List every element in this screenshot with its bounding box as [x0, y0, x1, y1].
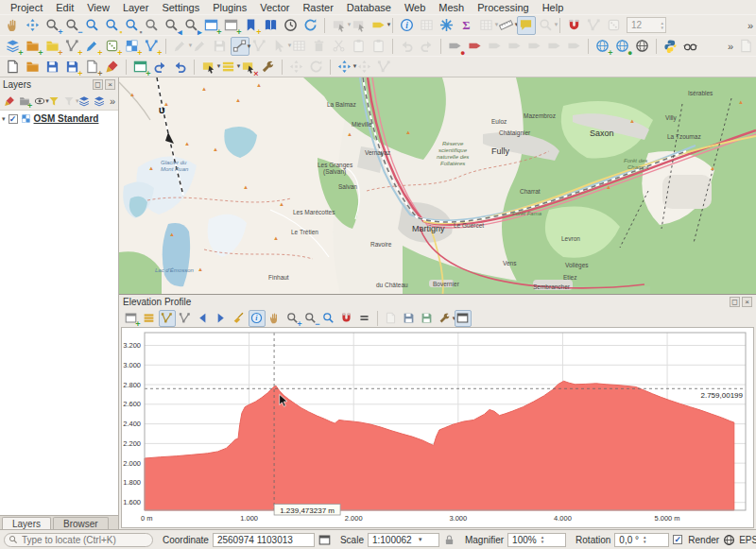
- pan-profile-button[interactable]: [266, 310, 284, 327]
- digitize-with-segment-button[interactable]: ▼: [231, 37, 249, 56]
- menu-project[interactable]: Project: [4, 1, 49, 14]
- zoom-to-layer-button[interactable]: ▪: [123, 16, 142, 35]
- elevation-panel-float-button[interactable]: ◻: [730, 297, 740, 307]
- add-layers-to-profile-button[interactable]: +: [123, 310, 140, 327]
- python-console-button[interactable]: [662, 37, 680, 56]
- dock-elevation-panel-button[interactable]: [455, 310, 472, 327]
- zoom-out-profile-button[interactable]: −: [302, 310, 319, 327]
- select-features-button[interactable]: ▼: [330, 16, 349, 35]
- coordinate-field[interactable]: 2560974 1103013: [213, 533, 315, 547]
- rotation-spin-arrows-icon[interactable]: ▴▾: [644, 535, 646, 544]
- move-label-button[interactable]: [506, 37, 524, 56]
- new-project-button[interactable]: [4, 58, 23, 77]
- nudge-left-button[interactable]: [195, 310, 212, 327]
- style-manager-button[interactable]: [103, 58, 122, 77]
- expand-all-button[interactable]: [77, 93, 92, 109]
- snapping-profile-button[interactable]: [338, 310, 355, 327]
- temporal-controller-button[interactable]: [282, 16, 301, 35]
- save-layer-edits-button[interactable]: [211, 37, 230, 56]
- new-mesh-layer-button[interactable]: +: [123, 37, 142, 56]
- capture-curve-button[interactable]: [159, 310, 176, 327]
- paste-features-button[interactable]: [369, 37, 388, 56]
- export-as-pdf-button[interactable]: [383, 310, 400, 327]
- add-feature-button[interactable]: [250, 37, 269, 56]
- export-results-button[interactable]: [419, 310, 436, 327]
- map-tips-layer-button[interactable]: ▼: [369, 16, 388, 35]
- highlight-pinned-labels-button[interactable]: [466, 37, 485, 56]
- manage-map-themes-button[interactable]: ▼: [32, 93, 46, 109]
- layer-expander-icon[interactable]: ▾: [2, 115, 6, 123]
- identify-features-button[interactable]: [398, 16, 417, 35]
- random-selection-button[interactable]: [605, 16, 624, 35]
- distance-units-button[interactable]: [356, 310, 373, 327]
- magnifier-spinbox[interactable]: 100%▴▾: [507, 533, 566, 547]
- zoom-last-button[interactable]: ◂: [163, 16, 181, 35]
- new-shapefile-layer-button[interactable]: +: [63, 37, 82, 56]
- map-canvas[interactable]: La BalmazMiévilleVernayazLes Granges(Sal…: [119, 77, 756, 295]
- modify-attributes-button[interactable]: [290, 37, 309, 56]
- metasearch-catalog-button[interactable]: +: [593, 37, 612, 56]
- rotate-label-button[interactable]: [525, 37, 544, 56]
- menu-mesh[interactable]: Mesh: [432, 1, 471, 14]
- menu-layer[interactable]: Layer: [116, 1, 156, 14]
- render-checkbox[interactable]: ✓: [673, 535, 682, 544]
- help-contents-button[interactable]: [737, 37, 756, 56]
- vertex-tool-current-layer-button[interactable]: ▼: [270, 37, 289, 56]
- menu-vector[interactable]: Vector: [253, 1, 296, 14]
- nav-extra-2-button[interactable]: [375, 58, 394, 77]
- new-map-view-button[interactable]: +: [202, 16, 221, 35]
- zoom-in-button[interactable]: +: [43, 16, 62, 35]
- nudge-right-button[interactable]: [213, 310, 230, 327]
- zoom-in-profile-button[interactable]: +: [284, 310, 301, 327]
- new-spatial-bookmark-button[interactable]: +: [242, 16, 261, 35]
- menu-database[interactable]: Database: [340, 1, 398, 14]
- new-geopackage-layer-button[interactable]: +: [83, 37, 102, 56]
- capture-curve-from-feature-button[interactable]: [177, 310, 194, 327]
- select-by-value-button[interactable]: ▼: [219, 58, 238, 77]
- scale-dropdown-icon[interactable]: ▼: [418, 537, 423, 542]
- extents-icon[interactable]: [318, 534, 331, 546]
- label-diagram-options-button[interactable]: [565, 37, 584, 56]
- toolbar-overflow-1-button[interactable]: »: [745, 20, 756, 31]
- profile-settings-button[interactable]: ▼: [437, 310, 454, 327]
- clear-profile-button[interactable]: [231, 310, 248, 327]
- open-attribute-table-button[interactable]: [418, 16, 437, 35]
- tab-browser[interactable]: Browser: [53, 517, 109, 530]
- nav-extra-1-button[interactable]: [355, 58, 374, 77]
- layout-manager-button[interactable]: +: [83, 58, 102, 77]
- change-label-properties-button[interactable]: [545, 37, 564, 56]
- measure-button[interactable]: ▼: [497, 16, 516, 35]
- street-view-plugin-button[interactable]: [633, 37, 652, 56]
- identify-profile-point-button[interactable]: [249, 310, 266, 327]
- vertex-tool-button[interactable]: [585, 16, 604, 35]
- elevation-chart-container[interactable]: 1.6001.8002.0002.2002.4002.6002.8003.000…: [121, 327, 754, 528]
- undo-button[interactable]: [398, 37, 417, 56]
- layers-panel-float-button[interactable]: ◻: [93, 79, 103, 90]
- move-feature-button[interactable]: [287, 58, 306, 77]
- profile-layer-options-button[interactable]: [141, 310, 158, 327]
- redo-button[interactable]: [418, 37, 437, 56]
- menu-view[interactable]: View: [80, 1, 116, 14]
- new-3d-map-view-button[interactable]: +: [222, 16, 241, 35]
- map-tips-button[interactable]: [517, 16, 536, 35]
- rotation-spinbox[interactable]: 0,0 °▴▾: [614, 533, 669, 547]
- web-service-button[interactable]: ●: [613, 37, 632, 56]
- new-virtual-layer-button[interactable]: +: [143, 37, 162, 56]
- pan-to-selection-button[interactable]: [24, 16, 43, 35]
- statistical-summary-button[interactable]: [457, 16, 476, 35]
- new-spatialite-layer-button[interactable]: +: [103, 37, 122, 56]
- add-group-button[interactable]: +: [17, 93, 31, 109]
- layer-styling-button[interactable]: [3, 93, 17, 109]
- layer-visibility-checkbox[interactable]: ✓: [9, 114, 18, 124]
- filter-by-expression-button[interactable]: ▼: [62, 93, 77, 109]
- menu-plugins[interactable]: Plugins: [206, 1, 253, 14]
- decimal-places-spin-arrows-icon[interactable]: ▴▾: [661, 21, 665, 30]
- locate-input[interactable]: [4, 533, 153, 547]
- menu-raster[interactable]: Raster: [296, 1, 339, 14]
- refresh-map-button[interactable]: [301, 16, 320, 35]
- field-calculator-button[interactable]: [259, 58, 278, 77]
- pan-map-button[interactable]: [4, 16, 23, 35]
- delete-selected-button[interactable]: [310, 37, 329, 56]
- layers-toolbar-overflow-button[interactable]: »: [107, 95, 118, 107]
- cut-features-button[interactable]: [330, 37, 349, 56]
